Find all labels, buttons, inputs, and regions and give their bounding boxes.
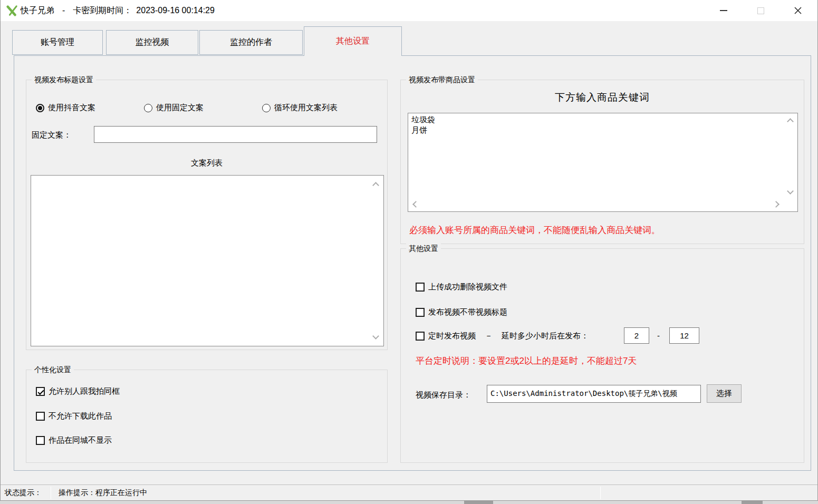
close-icon — [794, 6, 802, 15]
radio-label: 循环使用文案列表 — [274, 103, 338, 113]
main-window: 快子兄弟 - 卡密到期时间： 2023-09-16 00:14:29 账号管理 … — [0, 0, 818, 501]
tab-account-management[interactable]: 账号管理 — [12, 30, 103, 55]
checkbox-icon — [36, 436, 45, 445]
product-keywords-textarea[interactable]: 垃圾袋 月饼 — [408, 113, 798, 212]
checkbox-disallow-download[interactable]: 不允许下载此作品 — [36, 411, 112, 421]
checkbox-timed-publish[interactable]: 定时发布视频 － 延时多少小时后在发布： — [416, 331, 589, 341]
group-video-title-settings: 视频发布标题设置 使用抖音文案 使用固定文案 循环使用文案列表 固定文案： 文案… — [26, 80, 388, 350]
operation-message: 操作提示：程序正在运行中 — [59, 488, 147, 498]
group-personalization-settings: 个性化设置 允许别人跟我拍同框 不允许下载此作品 作品在同城不显示 — [26, 370, 388, 463]
tab-content-panel: 视频发布标题设置 使用抖音文案 使用固定文案 循环使用文案列表 固定文案： 文案… — [14, 55, 811, 471]
scrollbar-down-icon[interactable] — [787, 188, 794, 195]
scrollbar-left-icon[interactable] — [412, 201, 419, 208]
checkbox-icon — [416, 332, 425, 341]
group-label: 其他设置 — [406, 244, 441, 254]
save-dir-label: 视频保存目录： — [416, 390, 471, 400]
checkbox-label: 允许别人跟我拍同框 — [49, 386, 120, 396]
app-logo-icon — [6, 5, 18, 16]
checkbox-icon — [416, 308, 425, 317]
group-product-settings: 视频发布带商品设置 下方输入商品关键词 垃圾袋 月饼 必须输入账号所属的商品关键… — [400, 80, 804, 244]
copy-list-title: 文案列表 — [26, 158, 387, 168]
radio-use-douyin-copy[interactable]: 使用抖音文案 — [36, 103, 95, 113]
radio-label: 使用固定文案 — [156, 103, 204, 113]
group-label: 个性化设置 — [32, 365, 74, 375]
fixed-copy-input[interactable] — [94, 126, 377, 143]
checkbox-icon — [36, 412, 45, 421]
license-expiry-value: 2023-09-16 00:14:29 — [136, 6, 215, 15]
checkbox-icon — [36, 387, 45, 396]
checkbox-publish-without-title[interactable]: 发布视频不带视频标题 — [416, 307, 507, 317]
button-label: 选择 — [716, 389, 732, 399]
choose-directory-button[interactable]: 选择 — [707, 384, 742, 403]
keywords-header: 下方输入商品关键词 — [401, 91, 804, 104]
group-label: 视频发布标题设置 — [32, 75, 96, 85]
radio-use-fixed-copy[interactable]: 使用固定文案 — [144, 103, 204, 113]
tab-monitored-authors[interactable]: 监控的作者 — [199, 30, 303, 55]
scrollbar-down-icon[interactable] — [372, 333, 379, 340]
background-window-strip — [0, 501, 818, 504]
tab-label: 监控的作者 — [230, 37, 272, 48]
checkbox-label: 作品在同城不显示 — [49, 435, 112, 445]
checkbox-label: 不允许下载此作品 — [49, 411, 112, 421]
group-other-settings: 其他设置 上传成功删除视频文件 发布视频不带视频标题 定时发布视频 － 延时多少… — [400, 248, 804, 463]
checkbox-delete-after-upload[interactable]: 上传成功删除视频文件 — [416, 282, 507, 292]
delay-label: 延时多少小时后在发布： — [502, 331, 589, 341]
range-dash: - — [657, 331, 660, 340]
scrollbar-up-icon[interactable] — [372, 182, 379, 189]
checkbox-label: 上传成功删除视频文件 — [428, 282, 507, 292]
status-bar: 状态提示： 操作提示：程序正在运行中 — [1, 484, 817, 500]
checkbox-allow-duet[interactable]: 允许别人跟我拍同框 — [36, 386, 120, 396]
checkbox-icon — [416, 283, 425, 292]
checkbox-label: 定时发布视频 — [428, 331, 476, 341]
maximize-icon — [757, 7, 764, 14]
minimize-button[interactable] — [711, 0, 736, 21]
title-bar: 快子兄弟 - 卡密到期时间： 2023-09-16 00:14:29 — [1, 0, 817, 21]
tab-label: 其他设置 — [336, 36, 370, 47]
keywords-warning-text: 必须输入账号所属的商品关键词，不能随便乱输入商品关键词。 — [409, 224, 660, 236]
app-name: 快子兄弟 — [21, 5, 54, 16]
tab-other-settings[interactable]: 其他设置 — [304, 26, 402, 56]
delay-from-input[interactable] — [624, 327, 649, 344]
radio-icon — [262, 104, 271, 112]
status-divider — [51, 487, 51, 499]
minimize-icon — [720, 10, 727, 11]
status-divider — [600, 487, 601, 499]
checkbox-label: 发布视频不带视频标题 — [428, 307, 507, 317]
background-window-fragment — [464, 501, 493, 504]
window-title: 快子兄弟 - 卡密到期时间： 2023-09-16 00:14:29 — [21, 0, 215, 21]
dash-separator: － — [485, 331, 493, 341]
checkbox-hide-in-same-city[interactable]: 作品在同城不显示 — [36, 435, 112, 445]
background-window-fragment — [742, 501, 763, 504]
fixed-copy-label: 固定文案： — [32, 130, 71, 140]
application-window: 快子兄弟 - 卡密到期时间： 2023-09-16 00:14:29 账号管理 … — [0, 0, 818, 504]
tab-label: 账号管理 — [41, 37, 74, 48]
tab-label: 监控视频 — [136, 37, 169, 48]
group-label: 视频发布带商品设置 — [406, 75, 478, 85]
scrollbar-up-icon[interactable] — [787, 118, 794, 125]
status-label: 状态提示： — [5, 488, 42, 498]
delay-to-input[interactable] — [669, 327, 699, 344]
radio-icon — [144, 104, 152, 112]
scrollbar-right-icon[interactable] — [773, 201, 779, 208]
save-dir-input[interactable] — [487, 385, 701, 403]
radio-label: 使用抖音文案 — [48, 103, 95, 113]
radio-icon — [36, 104, 44, 112]
timed-publish-note: 平台定时说明：要设置2或2以上的是延时，不能超过7天 — [416, 355, 637, 367]
product-keywords-value: 垃圾袋 月饼 — [411, 114, 782, 197]
close-button[interactable] — [786, 0, 810, 21]
tab-monitor-videos[interactable]: 监控视频 — [106, 30, 198, 55]
maximize-button[interactable] — [748, 0, 773, 21]
title-separator: - — [62, 6, 65, 15]
license-expiry-label: 卡密到期时间： — [73, 5, 132, 16]
radio-cycle-copy-list[interactable]: 循环使用文案列表 — [262, 103, 338, 113]
copy-list-textarea[interactable] — [31, 175, 384, 346]
